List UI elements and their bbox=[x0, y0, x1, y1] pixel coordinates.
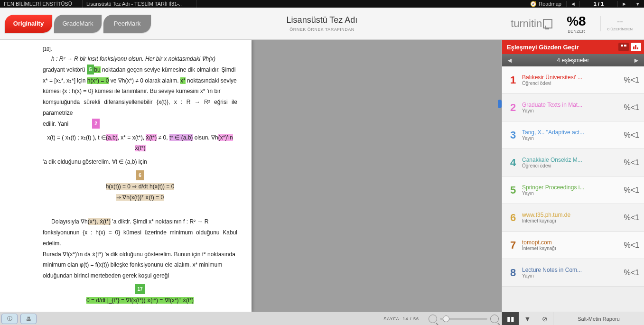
match-number: 1 bbox=[507, 74, 519, 86]
roadmap-icon: 🧭 bbox=[530, 1, 537, 7]
assignment-name: Lisansüstü Tez Adı - TESLİM TARİHİ31-.. bbox=[83, 0, 196, 8]
exclude-button[interactable]: ⊘ bbox=[536, 312, 553, 325]
next-page-button[interactable]: ► bbox=[617, 1, 631, 7]
header: Originality GradeMark PeerMark Lisansüst… bbox=[0, 8, 644, 40]
match-item[interactable]: 2 Graduate Texts in Mat... Yayın %<1 bbox=[502, 94, 644, 121]
view-chart-button[interactable] bbox=[631, 43, 641, 51]
text-report-button[interactable]: Salt-Metin Raporu bbox=[553, 316, 644, 322]
svg-rect-4 bbox=[637, 47, 638, 49]
match-item[interactable]: 5 Springer Proceedings i... Yayın %<1 bbox=[502, 176, 644, 204]
match-percent: %<1 bbox=[624, 158, 639, 167]
scroll-indicator[interactable] bbox=[498, 100, 502, 108]
prev-match-button[interactable]: ◄ bbox=[504, 56, 515, 64]
turnitin-logo: turnitin bbox=[511, 18, 552, 30]
print-button[interactable]: 🖶 bbox=[20, 314, 37, 324]
match-percent: %<1 bbox=[624, 269, 639, 277]
svg-rect-0 bbox=[621, 45, 623, 46]
sidebar-header: Eşleşmeyi Gözden Geçir bbox=[502, 40, 644, 54]
match-title: Graduate Texts in Mat... bbox=[522, 102, 624, 108]
match-type: Yayın bbox=[522, 191, 624, 196]
match-item[interactable]: 8 Lecture Notes in Com... Yayın %<1 bbox=[502, 259, 644, 287]
match-list[interactable]: 1 Balıkesir Üniversitesi' ... Öğrenci öd… bbox=[502, 66, 644, 312]
match-percent: %<1 bbox=[624, 131, 639, 139]
zoom-controls bbox=[429, 315, 499, 323]
match-type: Yayın bbox=[522, 136, 624, 141]
next-match-button[interactable]: ► bbox=[631, 56, 642, 64]
match-percent: %<1 bbox=[624, 241, 639, 250]
match-type: İnternet kaynağı bbox=[522, 246, 624, 251]
match-item[interactable]: 6 www.t35.ph.tum.de İnternet kaynağı %<1 bbox=[502, 204, 644, 232]
institution-name: FEN BİLİMLERİ ENSTİTÜSÜ bbox=[0, 0, 83, 8]
match-item[interactable]: 3 Tang, X.. "Adaptive act... Yayın %<1 bbox=[502, 121, 644, 149]
match-number: 7 bbox=[507, 239, 519, 251]
match-type: Öğrenci ödevi bbox=[522, 81, 624, 86]
roadmap-button[interactable]: 🧭 Roadmap bbox=[525, 1, 566, 7]
zoom-in-button[interactable] bbox=[490, 315, 499, 323]
match-type: Öğrenci ödevi bbox=[522, 163, 624, 168]
svg-rect-3 bbox=[635, 45, 636, 49]
match-item[interactable]: 7 tomopt.com İnternet kaynağı %<1 bbox=[502, 232, 644, 259]
match-number: 8 bbox=[507, 267, 519, 279]
match-percent: %<1 bbox=[624, 76, 639, 84]
dropdown-button[interactable]: ▾ bbox=[631, 1, 644, 7]
match-number: 4 bbox=[507, 157, 519, 169]
match-number: 6 bbox=[507, 212, 519, 224]
match-title: www.t35.ph.tum.de bbox=[522, 212, 624, 218]
match-title: tomopt.com bbox=[522, 239, 624, 246]
grade-outof: -- 0 ÜZERİNDEN bbox=[600, 16, 639, 31]
filter-button[interactable]: ▼ bbox=[519, 312, 536, 325]
footer: ⓘ 🖶 SAYFA: 14 / 56 ▮▮ ▼ ⊘ Salt-Metin Rap… bbox=[0, 312, 644, 325]
match-number: 3 bbox=[507, 129, 519, 141]
top-bar: FEN BİLİMLERİ ENSTİTÜSÜ Lisansüstü Tez A… bbox=[0, 0, 644, 8]
page-counter: 1 / 1 bbox=[579, 1, 617, 7]
grademark-tab[interactable]: GradeMark bbox=[54, 15, 102, 33]
overview-button[interactable]: ▮▮ bbox=[502, 312, 519, 325]
match-type: Yayın bbox=[522, 108, 624, 113]
peermark-tab[interactable]: PeerMark bbox=[103, 15, 151, 33]
match-type: İnternet kaynağı bbox=[522, 218, 624, 223]
mode-tabs: Originality GradeMark PeerMark bbox=[5, 15, 151, 33]
match-type: Yayın bbox=[522, 273, 624, 279]
originality-tab[interactable]: Originality bbox=[5, 15, 52, 33]
zoom-slider[interactable] bbox=[440, 318, 487, 320]
match-title: Springer Proceedings i... bbox=[522, 184, 624, 191]
match-item[interactable]: 1 Balıkesir Üniversitesi' ... Öğrenci öd… bbox=[502, 66, 644, 94]
match-number: 5 bbox=[507, 184, 519, 196]
match-number: 2 bbox=[507, 102, 519, 114]
match-sidebar: Eşleşmeyi Gözden Geçir ◄ 4 eşleşmeler ► … bbox=[502, 40, 644, 312]
zoom-out-button[interactable] bbox=[429, 315, 437, 323]
match-title: Tang, X.. "Adaptive act... bbox=[522, 129, 624, 136]
svg-rect-2 bbox=[633, 46, 635, 49]
svg-rect-1 bbox=[624, 45, 626, 46]
page-info: SAYFA: 14 / 56 bbox=[383, 316, 419, 321]
match-title: Lecture Notes in Com... bbox=[522, 267, 624, 273]
document-viewer[interactable]: [10]. h : R² → R bir kısıt fonksiyonu ol… bbox=[0, 40, 502, 312]
view-list-button[interactable] bbox=[618, 43, 629, 51]
match-percent: %<1 bbox=[624, 103, 639, 112]
match-title: Canakkale Onsekiz M... bbox=[522, 157, 624, 163]
sidebar-subheader: ◄ 4 eşleşmeler ► bbox=[502, 54, 644, 66]
match-title: Balıkesir Üniversitesi' ... bbox=[522, 74, 624, 81]
document-page: [10]. h : R² → R bir kısıt fonksiyonu ol… bbox=[0, 40, 252, 312]
match-percent: %<1 bbox=[624, 214, 639, 222]
match-item[interactable]: 4 Canakkale Onsekiz M... Öğrenci ödevi %… bbox=[502, 149, 644, 176]
similarity-score: %8 BENZER bbox=[562, 14, 590, 34]
match-percent: %<1 bbox=[624, 186, 639, 195]
info-button[interactable]: ⓘ bbox=[1, 314, 18, 324]
prev-page-button[interactable]: ◄ bbox=[566, 1, 579, 7]
